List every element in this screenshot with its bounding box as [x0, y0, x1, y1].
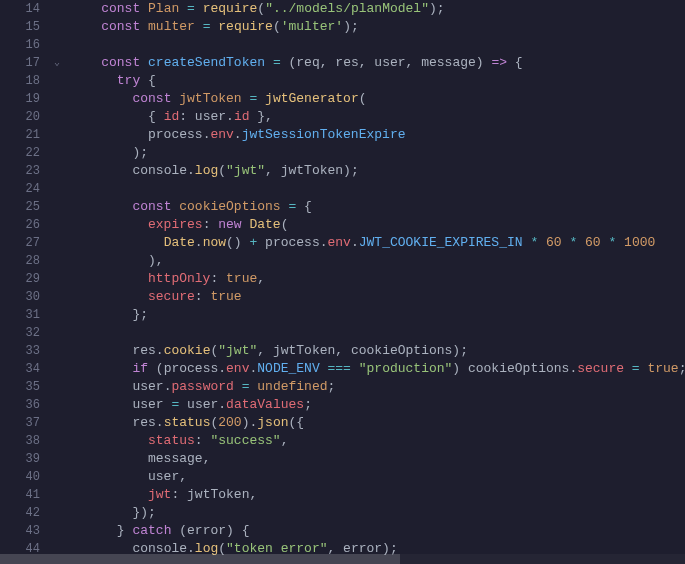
code-line[interactable]: secure: true [70, 288, 685, 306]
code-line[interactable]: { id: user.id }, [70, 108, 685, 126]
code-line[interactable] [70, 180, 685, 198]
token: { [507, 55, 523, 70]
token [70, 163, 132, 178]
token: . [351, 235, 359, 250]
fold-toggle-icon[interactable]: ⌄ [48, 54, 66, 72]
line-number: 28 [10, 252, 40, 270]
line-number: 33 [10, 342, 40, 360]
line-number: 23 [10, 162, 40, 180]
code-line[interactable]: res.status(200).json({ [70, 414, 685, 432]
code-line[interactable]: user, [70, 468, 685, 486]
token: ; [328, 379, 336, 394]
token: multer [148, 19, 195, 34]
token [70, 469, 148, 484]
token: process [148, 127, 203, 142]
code-line[interactable]: }); [70, 504, 685, 522]
token: password [171, 379, 233, 394]
code-line[interactable]: console.log("jwt", jwtToken); [70, 162, 685, 180]
line-number: 41 [10, 486, 40, 504]
scrollbar-thumb[interactable] [0, 554, 400, 564]
fold-spacer [48, 486, 66, 504]
token: . [156, 343, 164, 358]
code-line[interactable]: const multer = require('multer'); [70, 18, 685, 36]
token: new [218, 217, 241, 232]
token [140, 1, 148, 16]
code-line[interactable]: expires: new Date( [70, 216, 685, 234]
token: , [257, 271, 265, 286]
token: }; [70, 307, 148, 322]
code-line[interactable]: const createSendToken = (req, res, user,… [70, 54, 685, 72]
token [70, 91, 132, 106]
token: const [101, 55, 140, 70]
line-number: 16 [10, 36, 40, 54]
code-editor[interactable]: 1415161718192021222324252627282930313233… [0, 0, 685, 564]
code-line[interactable]: } catch (error) { [70, 522, 685, 540]
token [140, 19, 148, 34]
code-line[interactable] [70, 324, 685, 342]
token: 'multer' [281, 19, 343, 34]
token: ) { [226, 523, 249, 538]
token: user [187, 397, 218, 412]
code-line[interactable]: jwt: jwtToken, [70, 486, 685, 504]
line-number: 24 [10, 180, 40, 198]
token: message [421, 55, 476, 70]
code-line[interactable]: Date.now() + process.env.JWT_COOKIE_EXPI… [70, 234, 685, 252]
fold-column[interactable]: ⌄ [48, 0, 66, 564]
code-line[interactable]: res.cookie("jwt", jwtToken, cookieOption… [70, 342, 685, 360]
code-area[interactable]: const Plan = require("../models/planMode… [66, 0, 685, 564]
token: res [132, 343, 155, 358]
token: ) [452, 361, 468, 376]
token: secure [577, 361, 624, 376]
token: { [140, 73, 156, 88]
token [70, 415, 132, 430]
code-line[interactable]: ), [70, 252, 685, 270]
token: id [234, 109, 250, 124]
code-line[interactable] [70, 36, 685, 54]
token: dataValues [226, 397, 304, 412]
token: cookieOptions [351, 343, 452, 358]
line-number: 43 [10, 522, 40, 540]
fold-spacer [48, 468, 66, 486]
code-line[interactable]: httpOnly: true, [70, 270, 685, 288]
line-number: 20 [10, 108, 40, 126]
line-number: 27 [10, 234, 40, 252]
token: ); [70, 145, 148, 160]
fold-spacer [48, 108, 66, 126]
token: res [335, 55, 358, 70]
line-number: 29 [10, 270, 40, 288]
token: undefined [257, 379, 327, 394]
token: if [132, 361, 148, 376]
code-line[interactable]: process.env.jwtSessionTokenExpire [70, 126, 685, 144]
token: id [164, 109, 180, 124]
token [70, 199, 132, 214]
code-line[interactable]: status: "success", [70, 432, 685, 450]
line-number-gutter: 1415161718192021222324252627282930313233… [0, 0, 48, 564]
token: : [179, 109, 195, 124]
token: : [195, 289, 211, 304]
token [70, 451, 148, 466]
line-number: 30 [10, 288, 40, 306]
horizontal-scrollbar[interactable] [0, 554, 685, 564]
token [257, 91, 265, 106]
code-line[interactable]: user = user.dataValues; [70, 396, 685, 414]
code-line[interactable]: user.password = undefined; [70, 378, 685, 396]
token: }); [70, 505, 156, 520]
code-line[interactable]: const cookieOptions = { [70, 198, 685, 216]
fold-spacer [48, 396, 66, 414]
token [70, 19, 101, 34]
code-line[interactable]: message, [70, 450, 685, 468]
line-number: 21 [10, 126, 40, 144]
token [70, 361, 132, 376]
token: . [195, 235, 203, 250]
token: ( [273, 19, 281, 34]
code-line[interactable]: try { [70, 72, 685, 90]
token: () [226, 235, 249, 250]
code-line[interactable]: const jwtToken = jwtGenerator( [70, 90, 685, 108]
code-line[interactable]: }; [70, 306, 685, 324]
code-line[interactable]: ); [70, 144, 685, 162]
token: . [218, 397, 226, 412]
code-line[interactable]: const Plan = require("../models/planMode… [70, 0, 685, 18]
token [616, 235, 624, 250]
code-line[interactable]: if (process.env.NODE_ENV === "production… [70, 360, 685, 378]
token: log [195, 163, 218, 178]
